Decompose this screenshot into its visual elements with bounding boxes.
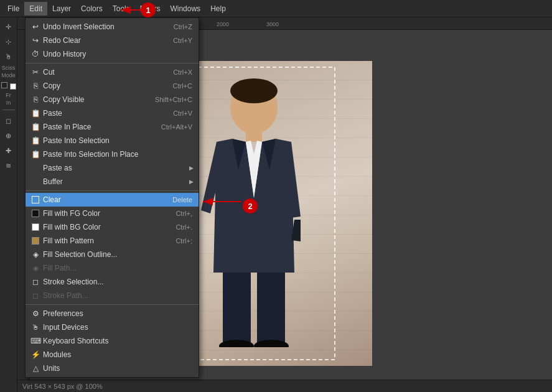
- menu-units[interactable]: △ Units: [26, 362, 199, 375]
- menu-undo-invert-selection[interactable]: ↩ Undo Invert Selection Ctrl+Z: [26, 20, 199, 34]
- menu-windows[interactable]: Windows: [165, 2, 205, 16]
- menu-help[interactable]: Help: [205, 2, 231, 16]
- paste-place-icon: 📋: [30, 122, 40, 132]
- menu-colors[interactable]: Colors: [76, 2, 108, 16]
- bg-label: In: [6, 100, 11, 106]
- bg-color-swatch[interactable]: [10, 83, 16, 90]
- menu-file[interactable]: File: [2, 2, 24, 16]
- menu-fill-bg[interactable]: Fill with BG Color Ctrl+.: [26, 220, 199, 234]
- menu-stroke-selection[interactable]: ◻ Stroke Selection...: [26, 275, 199, 289]
- menu-redo-clear[interactable]: ↪ Redo Clear Ctrl+Y: [26, 34, 199, 47]
- bg-color-icon: [30, 222, 40, 232]
- undo-icon: ↩: [30, 22, 40, 32]
- history-icon: ⏱: [30, 49, 40, 59]
- edit-dropdown-menu: ↩ Undo Invert Selection Ctrl+Z ↪ Redo Cl…: [25, 17, 199, 378]
- menu-copy[interactable]: ⎘ Copy Ctrl+C: [26, 79, 199, 93]
- tool-mode-label: Mode: [1, 72, 17, 78]
- redo-icon: ↪: [30, 35, 40, 45]
- menu-fill-selection-outline[interactable]: ◈ Fill Selection Outline...: [26, 248, 199, 261]
- copy-visible-icon: ⎘: [30, 95, 40, 105]
- tool-crop[interactable]: ⊹: [2, 35, 16, 49]
- tool-scissor-label: Sciss: [1, 65, 17, 71]
- tool-pointer[interactable]: ✛: [2, 20, 16, 34]
- annotation-2: 2: [243, 198, 258, 213]
- tool-eraser[interactable]: ◻: [2, 114, 16, 128]
- tool-smudge[interactable]: ≋: [2, 159, 16, 172]
- menu-fill-fg[interactable]: Fill with FG Color Ctrl+,: [26, 207, 199, 220]
- left-toolbar: ✛ ⊹ 🖱 Sciss Mode Fr In ◻ ⊕ ✚ ≋: [0, 17, 17, 392]
- menu-paste[interactable]: 📋 Paste Ctrl+V: [26, 106, 199, 120]
- fg-color-icon: [30, 208, 40, 218]
- annotation-2-arrow: [197, 195, 246, 208]
- menu-modules[interactable]: ⚡ Modules: [26, 348, 199, 362]
- paste-selection-place-icon: 📋: [30, 149, 40, 159]
- menu-copy-visible[interactable]: ⎘ Copy Visible Shift+Ctrl+C: [26, 93, 199, 106]
- input-devices-icon: 🖱: [30, 322, 40, 332]
- stroke-path-icon: ◻: [30, 291, 40, 301]
- status-text: Virt 543 × 543 px @ 100%: [22, 383, 103, 390]
- menu-paste-in-place[interactable]: 📋 Paste In Place Ctrl+Alt+V: [26, 120, 199, 134]
- svg-rect-13: [179, 67, 335, 360]
- menu-cut[interactable]: ✂ Cut Ctrl+X: [26, 65, 199, 79]
- menu-buffer[interactable]: Buffer: [26, 175, 199, 189]
- copy-icon: ⎘: [30, 81, 40, 91]
- menu-layer[interactable]: Layer: [47, 2, 76, 16]
- paste-selection-icon: 📋: [30, 136, 40, 146]
- clear-icon: [30, 195, 40, 205]
- cut-icon: ✂: [30, 67, 40, 77]
- menu-preferences[interactable]: ⚙ Preferences: [26, 307, 199, 320]
- tool-clone[interactable]: ⊕: [2, 129, 16, 142]
- menu-fill-pattern[interactable]: Fill with Pattern Ctrl+;: [26, 234, 199, 248]
- modules-icon: ⚡: [30, 350, 40, 360]
- paste-as-icon: [30, 163, 40, 173]
- menu-stroke-path[interactable]: ◻ Stroke Path...: [26, 289, 199, 302]
- status-bar: Virt 543 × 543 px @ 100%: [17, 380, 552, 392]
- menu-group-clipboard: ✂ Cut Ctrl+X ⎘ Copy Ctrl+C ⎘ Copy Visibl…: [26, 63, 199, 191]
- menu-keyboard-shortcuts[interactable]: ⌨ Keyboard Shortcuts: [26, 334, 199, 348]
- menu-paste-as[interactable]: Paste as: [26, 161, 199, 175]
- menu-edit[interactable]: Edit: [24, 2, 47, 16]
- svg-text:3000: 3000: [266, 21, 279, 27]
- menu-clear[interactable]: Clear Delete: [26, 193, 199, 207]
- pattern-icon: [30, 236, 40, 246]
- menu-bar: File Edit Layer Colors Tools Filters Win…: [0, 0, 552, 17]
- menu-group-fill: Clear Delete Fill with FG Color Ctrl+, F…: [26, 191, 199, 305]
- stroke-selection-icon: ◻: [30, 277, 40, 287]
- menu-paste-into-selection[interactable]: 📋 Paste Into Selection: [26, 134, 199, 147]
- keyboard-icon: ⌨: [30, 336, 40, 346]
- menu-group-undo: ↩ Undo Invert Selection Ctrl+Z ↪ Redo Cl…: [26, 18, 199, 63]
- tool-color-pick[interactable]: 🖱: [2, 50, 16, 63]
- fg-label: Fr: [6, 92, 11, 98]
- fill-path-icon: ◈: [30, 263, 40, 273]
- fill-outline-icon: ◈: [30, 250, 40, 259]
- menu-group-prefs: ⚙ Preferences 🖱 Input Devices ⌨ Keyboard…: [26, 305, 199, 377]
- menu-fill-path[interactable]: ◈ Fill Path...: [26, 261, 199, 275]
- units-icon: △: [30, 363, 40, 373]
- fg-color-swatch[interactable]: [1, 82, 7, 88]
- svg-text:2000: 2000: [217, 21, 229, 27]
- annotation-1: 1: [141, 2, 156, 17]
- tool-heal[interactable]: ✚: [2, 144, 16, 157]
- menu-undo-history[interactable]: ⏱ Undo History: [26, 47, 199, 61]
- menu-input-devices[interactable]: 🖱 Input Devices: [26, 320, 199, 334]
- menu-paste-into-selection-in-place[interactable]: 📋 Paste Into Selection In Place: [26, 147, 199, 161]
- paste-icon: 📋: [30, 108, 40, 118]
- preferences-icon: ⚙: [30, 309, 40, 319]
- buffer-icon: [30, 177, 40, 187]
